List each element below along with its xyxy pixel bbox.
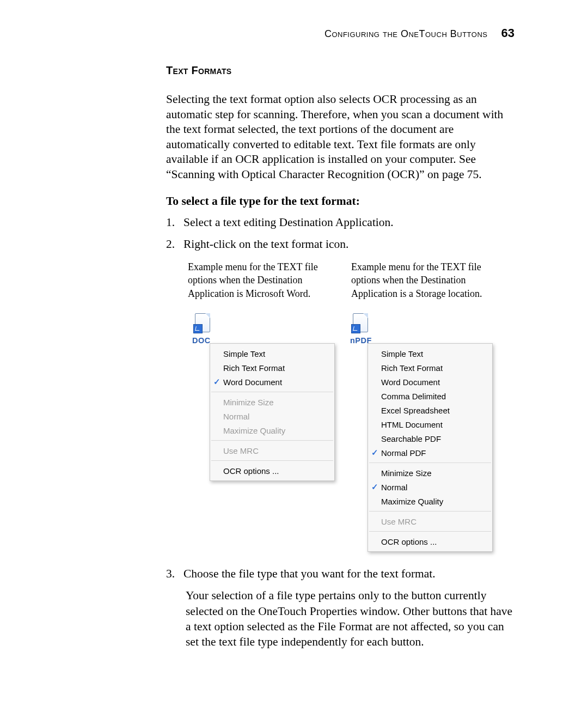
step-1-text: Select a text editing Destination Applic… [183, 214, 514, 231]
menu-item-html[interactable]: HTML Document [368, 417, 492, 431]
step-3: 3. Choose the file type that you want fo… [166, 565, 514, 582]
check-icon: ✓ [368, 448, 381, 458]
menu-item-minimize-size: Minimize Size [210, 395, 334, 409]
menu-item-normal: Normal [210, 409, 334, 423]
caption-right: Example menu for the TEXT file options w… [351, 260, 497, 300]
running-header: Configuring the OneTouch Buttons 63 [0, 26, 514, 40]
step-1: 1. Select a text editing Destination App… [166, 214, 514, 231]
menu-block-right: nPDF Simple Text Rich Text Format [348, 313, 489, 552]
instruction-title: To select a file type for the text forma… [166, 194, 514, 209]
menu-item-rich-text[interactable]: Rich Text Format [368, 361, 492, 375]
check-icon: ✓ [368, 482, 381, 492]
step-3-followup: Your selection of a file type pertains o… [186, 588, 514, 650]
menu-item-normal[interactable]: ✓ Normal [368, 480, 492, 494]
menu-item-ocr-options[interactable]: OCR options ... [368, 534, 492, 549]
menu-item-excel[interactable]: Excel Spreadsheet [368, 403, 492, 417]
menu-item-searchable-pdf[interactable]: Searchable PDF [368, 431, 492, 446]
running-head-text: Configuring the OneTouch Buttons [324, 28, 488, 39]
step-2-number: 2. [166, 235, 183, 253]
caption-left: Example menu for the TEXT file options w… [188, 260, 334, 300]
menu-item-use-mrc: Use MRC [210, 443, 334, 458]
step-2-text: Right-click on the text format icon. [183, 235, 514, 253]
menu-block-left: DOC Simple Text Rich Text Format ✓ [190, 313, 332, 481]
menu-item-normal-pdf[interactable]: ✓ Normal PDF [368, 446, 492, 460]
step-3-text: Choose the file type that you want for t… [183, 565, 514, 582]
step-1-number: 1. [166, 214, 183, 231]
menu-item-word-doc[interactable]: Word Document [368, 375, 492, 389]
context-menu-right: Simple Text Rich Text Format Word Docume… [367, 343, 493, 552]
intro-paragraph: Selecting the text format option also se… [166, 92, 514, 182]
step-2: 2. Right-click on the text format icon. [166, 235, 514, 253]
menu-item-simple-text[interactable]: Simple Text [210, 346, 334, 361]
menu-item-maximize-quality[interactable]: Maximize Quality [368, 494, 492, 508]
ordered-steps-continued: 3. Choose the file type that you want fo… [166, 565, 514, 650]
check-icon: ✓ [210, 377, 223, 387]
context-menu-left: Simple Text Rich Text Format ✓ Word Docu… [210, 343, 335, 481]
step-3-number: 3. [166, 565, 183, 582]
menu-item-minimize-size[interactable]: Minimize Size [368, 466, 492, 480]
page-number: 63 [501, 26, 514, 40]
menu-item-rich-text[interactable]: Rich Text Format [210, 361, 334, 375]
file-type-icon[interactable] [193, 313, 213, 335]
menu-item-word-doc[interactable]: ✓ Word Document [210, 375, 334, 389]
menu-item-simple-text[interactable]: Simple Text [368, 346, 492, 361]
section-heading: Text Formats [166, 64, 514, 77]
menu-item-maximize-quality: Maximize Quality [210, 423, 334, 437]
menu-item-ocr-options[interactable]: OCR options ... [210, 464, 334, 478]
file-type-icon[interactable] [351, 313, 371, 335]
menu-item-comma-delimited[interactable]: Comma Delimited [368, 389, 492, 403]
menu-item-use-mrc: Use MRC [368, 514, 492, 528]
ordered-steps: 1. Select a text editing Destination App… [166, 214, 514, 253]
